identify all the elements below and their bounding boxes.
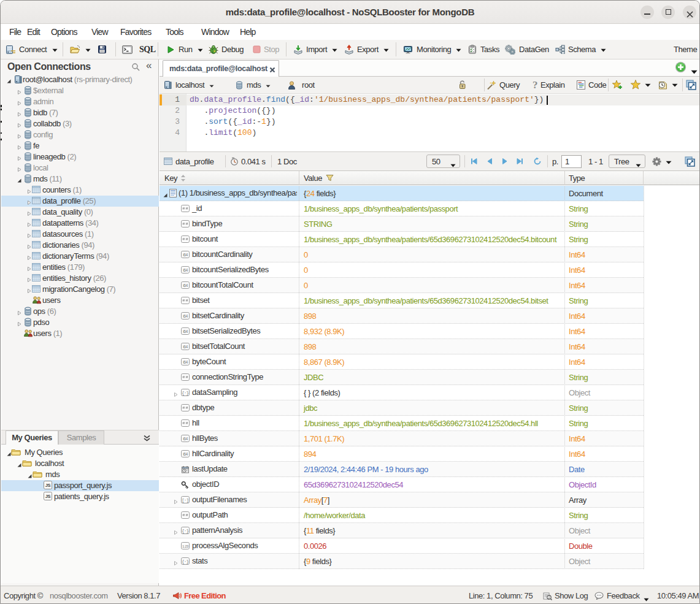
svg-text:i64: i64	[183, 437, 188, 441]
svg-text:i64: i64	[183, 345, 188, 349]
svg-text:JS: JS	[45, 483, 51, 488]
svg-text:[·]: [·]	[182, 498, 188, 503]
svg-text:{·}: {·}	[182, 391, 189, 396]
svg-text:i64: i64	[183, 452, 188, 456]
svg-text:i64: i64	[183, 283, 188, 288]
svg-text:{·}: {·}	[182, 559, 189, 564]
svg-text:1.23: 1.23	[182, 545, 189, 548]
svg-text:i64: i64	[183, 360, 188, 364]
svg-text:i64: i64	[183, 268, 188, 272]
svg-text:{·}: {·}	[182, 529, 189, 533]
svg-text:i64: i64	[183, 314, 188, 318]
svg-text:i64: i64	[183, 253, 188, 257]
svg-text:i64: i64	[183, 329, 188, 334]
svg-text:JS: JS	[45, 494, 51, 499]
